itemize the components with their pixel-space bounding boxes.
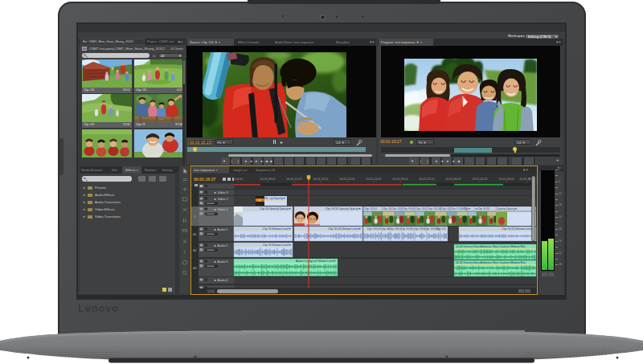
svg-text:Clip #6 (V) Opacity:Opacity▼: Clip #6 (V) Opacity:Opacity▼ xyxy=(326,207,361,211)
svg-text:Clip #4: Clip #4 xyxy=(383,207,391,211)
svg-text:► Video 2: ► Video 2 xyxy=(214,198,228,201)
svg-text:Airport Lounge.aif Volume:Leve: Airport Lounge.aif Volume:Level▼ xyxy=(296,260,336,263)
svg-text:ty▼: ty▼ xyxy=(466,207,471,211)
svg-text:Clip #9 (V): Clip #9 (V) xyxy=(403,207,415,211)
svg-text:00:01:32:02: 00:01:32:02 xyxy=(420,178,435,181)
svg-text:00:01:28:02: 00:01:28:02 xyxy=(393,178,408,181)
svg-text:► Audio 4: ► Audio 4 xyxy=(214,279,227,282)
svg-text:Clip #13 (V: Clip #13 (V xyxy=(367,227,381,231)
svg-text:► Video 3: ► Video 3 xyxy=(214,191,228,194)
svg-text:00:01:44:02: 00:01:44:02 xyxy=(499,178,514,181)
svg-text:► Audio 2: ► Audio 2 xyxy=(214,244,227,247)
svg-text:Clip #6 (V) Volume:Level▼: Clip #6 (V) Volume:Level▼ xyxy=(328,227,361,231)
svg-text:A3: A3 xyxy=(193,267,196,270)
svg-text:▼≡: ▼≡ xyxy=(522,168,528,172)
svg-text:A2: A2 xyxy=(193,249,196,252)
svg-text:Opacity:Opacity▼: Opacity:Opacity▼ xyxy=(497,207,518,211)
svg-text:► Audio 1: ► Audio 1 xyxy=(214,228,227,231)
svg-text:Clip #6 Volume:Level▼: Clip #6 Volume:Level▼ xyxy=(263,227,291,231)
svg-text:00:01:16:27: 00:01:16:27 xyxy=(194,177,215,182)
svg-text:Clip #13 (: Clip #13 ( xyxy=(391,207,403,211)
svg-text:Clip #4 (: Clip #4 ( xyxy=(436,227,446,231)
svg-text:00:01:20:02: 00:01:20:02 xyxy=(340,178,355,181)
svg-text:00:01:24:02: 00:01:24:02 xyxy=(367,178,382,181)
svg-text:Clip #6 Opacity:Opacity▼: Clip #6 Opacity:Opacity▼ xyxy=(260,207,291,211)
svg-text:10-03 Grocery Store Ambience N: 10-03 Grocery Store Ambience Near Cashie… xyxy=(456,245,526,248)
svg-text:00:01:40:02: 00:01:40:02 xyxy=(473,178,488,181)
svg-text:Clip #9 (V): Clip #9 (V) xyxy=(400,227,413,231)
svg-text:A1: A1 xyxy=(193,233,196,236)
svg-text:00:01:08:02: 00:01:08:02 xyxy=(260,178,276,181)
svg-text:Sequence 01: Sequence 01 xyxy=(256,168,276,172)
svg-text:Clip #6 (V) Volume:Level▼: Clip #6 (V) Volume:Level▼ xyxy=(502,227,534,231)
svg-text:00:01:16:02: 00:01:16:02 xyxy=(313,178,329,181)
svg-text:► Video 1: ► Video 1 xyxy=(214,208,228,211)
svg-text:10-03 Grocery Store Ambience N: 10-03 Grocery Store Ambience Near Cashie… xyxy=(456,261,526,264)
svg-text:Clip #10 (: Clip #10 ( xyxy=(388,227,400,231)
svg-text:▼Clip #4 (V): ▼Clip #4 (V) xyxy=(475,207,489,211)
svg-text:rough cut: rough cut xyxy=(233,168,248,172)
svg-text:Clip #6 Volume:Level▼: Clip #6 Volume:Level▼ xyxy=(263,243,291,247)
svg-text:Clip #13 (V): Clip #13 (V) xyxy=(428,207,441,211)
svg-text:Clip #13 (V: Clip #13 (V xyxy=(364,207,378,211)
svg-text:test sequence ×: test sequence × xyxy=(194,168,218,172)
svg-text:Clip #1 (2649): Clip #1 (2649) xyxy=(451,207,467,211)
svg-text:Clip #13 (: Clip #13 ( xyxy=(416,207,428,211)
svg-text:► Audio 3: ► Audio 3 xyxy=(214,260,227,264)
svg-text:00:01:36:02: 00:01:36:02 xyxy=(446,178,461,181)
svg-text:00:01:12:02: 00:01:12:02 xyxy=(287,178,302,181)
svg-text:1:04:02: 1:04:02 xyxy=(233,178,243,181)
